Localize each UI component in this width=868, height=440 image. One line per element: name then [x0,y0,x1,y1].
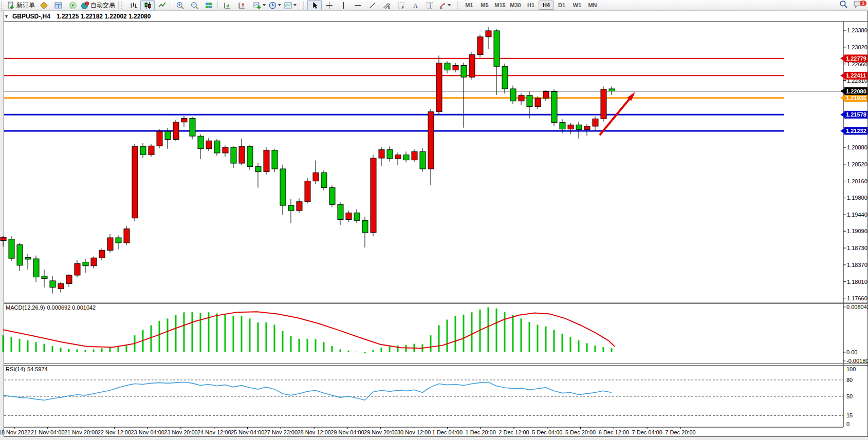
candle-body [140,146,146,155]
toolbar: 新订单自动交易EFATM1M5M15M30H1H4D1W1MN [0,0,868,11]
auto-trading-button[interactable]: 自动交易 [80,0,117,10]
channel-tool-button[interactable]: E [379,0,394,10]
svg-text:A: A [413,2,418,9]
label-tool-button[interactable]: T [422,0,437,10]
rsi-axis-label: 15 [846,412,853,418]
timeframe-m5-button[interactable]: M5 [477,1,492,10]
notifications-button[interactable]: 1 [851,0,865,10]
candle-body [157,131,162,146]
price-tag-label: 1.22080 [846,88,866,94]
zoom-in-button[interactable] [173,0,187,10]
market-watch-button[interactable] [36,0,51,10]
zoom-in-icon [176,2,184,9]
candle-body [107,238,113,251]
candle-body [124,229,130,243]
candle-body [313,173,319,181]
timeframe-m15-button[interactable]: M15 [492,1,508,10]
timeframe-w1-button[interactable]: W1 [569,1,585,10]
chart-plot[interactable]: 1.233801.230201.226601.223101.208801.205… [0,0,868,440]
time-label: 18 Nov 2022 [0,429,30,435]
chart-shift-button[interactable] [234,0,248,10]
signal-button[interactable] [65,0,80,10]
candle-body [461,65,467,77]
price-tag-label: 1.21935 [846,95,866,101]
mt4-terminal: 新订单自动交易EFATM1M5M15M30H1H4D1W1MN 1 ▼ GBPU… [0,0,868,440]
time-label: 21 Nov 20:00 [64,429,98,435]
candle-body [403,155,409,160]
chart-bars-icon [130,2,137,9]
templates-button[interactable] [283,0,298,10]
price-tag-arrow [840,89,844,94]
shapes-icon [438,2,446,9]
candlestick-chart-button[interactable] [140,0,155,10]
timeframe-h1-button[interactable]: H1 [523,1,539,10]
rsi-axis-label: 80 [846,377,853,383]
price-tick-label: 1.19800 [847,195,867,201]
chart-ohlc-quotes: 1.22125 1.22182 1.22002 1.22080 [57,13,151,20]
timeframe-d1-button[interactable]: D1 [554,1,569,10]
tile-windows-button[interactable] [201,0,216,10]
fibonacci-tool-button[interactable]: F [394,0,408,10]
candle-body [609,89,615,91]
chevron-down-icon [278,4,281,6]
crosshair-button[interactable] [322,0,336,10]
chart-title-bar: ▼ GBPUSD-,H4 1.22125 1.22182 1.22002 1.2… [4,11,151,21]
candle-body [387,150,393,159]
candle-body [181,118,187,122]
candle-body [305,181,310,202]
data-window-icon [54,2,62,9]
candle-body [231,147,236,163]
candle-body [551,91,557,122]
candle-body [255,166,261,171]
text-tool-button[interactable]: A [408,0,422,10]
timeframe-m30-button[interactable]: M30 [508,1,523,10]
candle-body [288,205,294,211]
price-tick-label: 1.17660 [847,295,867,301]
candle-body [576,125,582,129]
clock-icon [269,2,276,9]
candle-body [190,118,195,136]
price-tag-label: 1.22779 [846,55,866,62]
price-tag-label: 1.21578 [846,111,866,118]
auto-scroll-button[interactable] [219,0,234,10]
trendline-tool-button[interactable] [365,0,379,10]
time-label: 21 Nov 04:00 [31,429,64,435]
hline-tool-button[interactable] [350,0,365,10]
price-tick-label: 1.18010 [847,279,867,285]
macd-axis-label: -0.001807 [846,358,868,364]
cursor-button[interactable] [307,0,322,10]
collapse-arrow-icon[interactable]: ▼ [4,14,9,19]
candle-body [338,204,343,219]
candle-body [149,146,154,155]
line-chart-button[interactable] [155,0,169,10]
timeframe-m1-button[interactable]: M1 [461,1,477,10]
timeframe-mn-button[interactable]: MN [585,1,600,10]
candle-body [206,141,212,149]
price-tick-label: 1.20880 [847,144,867,150]
shapes-dropdown-button[interactable] [437,0,452,10]
chart-symbol-period: GBPUSD-,H4 [12,13,50,20]
periods-button[interactable] [267,0,283,10]
candle-body [25,257,31,259]
chevron-down-icon [448,4,451,6]
macd-axis-label: 0.00 [846,349,857,355]
indicators-button[interactable] [252,0,267,10]
rsi-line [3,382,612,400]
search-button[interactable] [836,0,851,10]
timeframe-h4-button[interactable]: H4 [539,1,554,10]
price-tag-arrow [840,128,844,133]
toolbar-separator [118,1,119,9]
bar-chart-button[interactable] [126,0,140,10]
candle-body [519,95,524,101]
candle-body [494,31,500,66]
new-order-button[interactable]: 新订单 [6,0,36,10]
price-tick-label: 1.19090 [847,228,867,234]
macd-axis-label: 0.008043 [846,304,868,310]
vline-tool-button[interactable] [336,0,350,10]
zoom-out-button[interactable] [187,0,201,10]
new-order-button-label: 新订单 [16,1,35,10]
candle-body [601,89,606,119]
data-window-button[interactable] [51,0,65,10]
candle-body [214,141,220,153]
toolbar-separator [171,1,171,9]
